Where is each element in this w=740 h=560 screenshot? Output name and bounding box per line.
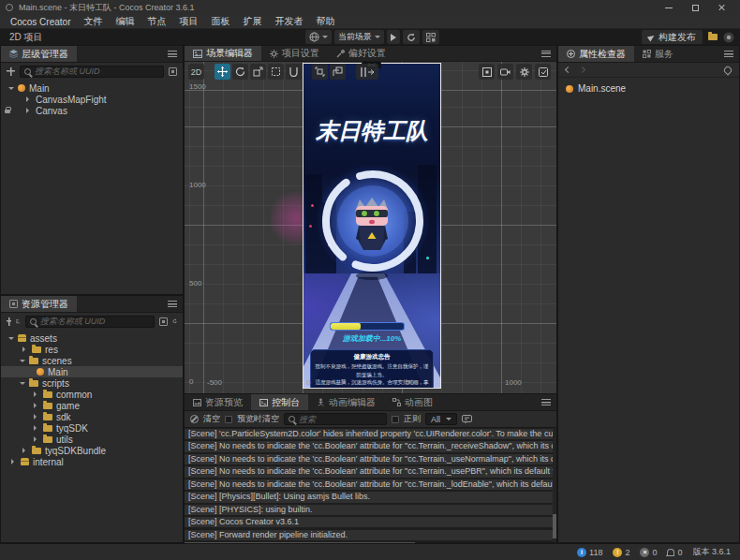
- tab-project-settings[interactable]: 项目设置: [261, 46, 328, 61]
- history-back-icon[interactable]: [565, 66, 571, 73]
- panel-menu-icon[interactable]: [541, 51, 551, 57]
- chevron-right-icon[interactable]: [22, 448, 28, 453]
- tab-asset-preview[interactable]: 资源预览: [185, 394, 251, 410]
- status-errors[interactable]: × 0: [640, 548, 657, 557]
- close-button[interactable]: [708, 1, 734, 14]
- move-tool-button[interactable]: [215, 64, 230, 80]
- list-view-icon[interactable]: [159, 317, 168, 326]
- scrollbar-thumb[interactable]: [553, 514, 556, 538]
- menu-edit[interactable]: 编辑: [109, 15, 141, 28]
- game-preview-canvas[interactable]: test 末日特工队: [303, 63, 441, 389]
- asset-row-scripts[interactable]: scripts: [1, 377, 183, 389]
- log-row[interactable]: [Scene] Cocos Creator v3.6.1: [185, 517, 556, 527]
- chevron-down-icon[interactable]: [8, 337, 14, 343]
- panel-menu-icon[interactable]: [168, 301, 177, 307]
- anchor-tool-button[interactable]: [286, 64, 302, 80]
- open-project-folder-icon[interactable]: [708, 34, 718, 40]
- filter-list-icon[interactable]: [169, 67, 177, 76]
- clear-on-preview-checkbox[interactable]: [225, 416, 232, 423]
- hierarchy-search-input[interactable]: [35, 66, 159, 76]
- log-row[interactable]: [Scene] No needs to indicate the 'cc.Boo…: [185, 479, 556, 490]
- chevron-right-icon[interactable]: [26, 96, 32, 102]
- lock-icon[interactable]: [5, 110, 10, 113]
- maximize-button[interactable]: [682, 1, 708, 14]
- chevron-right-icon[interactable]: [22, 346, 28, 352]
- tab-assets[interactable]: 资源管理器: [1, 296, 77, 312]
- menu-developer[interactable]: 开发者: [268, 15, 309, 28]
- log-row[interactable]: [Scene] No needs to indicate the 'cc.Boo…: [185, 466, 556, 477]
- play-button[interactable]: [387, 30, 400, 44]
- grid-toggle-button[interactable]: [479, 64, 495, 80]
- log-row[interactable]: [Scene] No needs to indicate the 'cc.Boo…: [185, 454, 556, 464]
- tab-hierarchy[interactable]: 层级管理器: [1, 46, 77, 62]
- console-search-input[interactable]: [299, 415, 382, 424]
- chevron-down-icon[interactable]: [20, 360, 25, 365]
- status-info[interactable]: i 118: [577, 548, 602, 557]
- inspector-selection[interactable]: Main.scene: [558, 78, 739, 99]
- asset-row-utils[interactable]: utils: [1, 434, 183, 445]
- capture-button[interactable]: [535, 64, 551, 80]
- tab-inspector[interactable]: 属性检查器: [558, 46, 634, 62]
- tab-preferences[interactable]: 偏好设置: [328, 46, 394, 61]
- asset-row-main-scene[interactable]: Main: [1, 366, 183, 377]
- refresh-icon[interactable]: [172, 317, 177, 326]
- scene-gear-button[interactable]: [516, 64, 532, 80]
- log-filter-dropdown[interactable]: All: [425, 413, 457, 425]
- clear-console-label[interactable]: 清空: [203, 413, 220, 425]
- asset-row-assets[interactable]: assets: [1, 332, 183, 344]
- chevron-right-icon[interactable]: [26, 108, 32, 113]
- tab-animation-graph[interactable]: 动画图: [384, 394, 441, 410]
- asset-row-scenes[interactable]: scenes: [1, 355, 183, 366]
- asset-row-tyqsdkbundle[interactable]: tyqSDKBundle: [1, 445, 183, 456]
- menu-file[interactable]: 文件: [77, 15, 109, 28]
- assets-search[interactable]: [25, 316, 155, 328]
- preview-layout-button[interactable]: [422, 30, 439, 44]
- sort-icon[interactable]: [16, 317, 21, 326]
- chevron-right-icon[interactable]: [34, 436, 39, 442]
- menu-project[interactable]: 项目: [172, 15, 204, 28]
- tab-animation-editor[interactable]: 动画编辑器: [308, 394, 384, 410]
- log-row[interactable]: [Scene] [Physics][Bullet]: Using asmjs B…: [185, 492, 556, 502]
- regex-checkbox[interactable]: [392, 416, 399, 423]
- log-row[interactable]: [Scene] [PHYSICS]: using builtin.: [185, 505, 556, 515]
- create-node-button[interactable]: [7, 67, 15, 76]
- clear-console-icon[interactable]: [190, 415, 199, 423]
- tab-console[interactable]: 控制台: [251, 394, 308, 410]
- tab-scene-editor[interactable]: 场景编辑器: [185, 46, 261, 61]
- panel-menu-icon[interactable]: [168, 51, 177, 57]
- pin-icon[interactable]: [722, 65, 733, 75]
- scale-tool-button[interactable]: [250, 64, 266, 80]
- snap-settings-button[interactable]: [312, 64, 328, 80]
- creator-hub-icon[interactable]: [723, 32, 734, 43]
- tree-row-canvas[interactable]: Canvas: [1, 105, 183, 116]
- scene-viewport[interactable]: 2D: [184, 62, 557, 393]
- chevron-right-icon[interactable]: [34, 403, 39, 408]
- chevron-down-icon[interactable]: [20, 382, 25, 388]
- chevron-right-icon[interactable]: [34, 391, 39, 397]
- build-publish-button[interactable]: 构建发布: [642, 30, 703, 44]
- minimize-button[interactable]: [656, 1, 682, 14]
- camera-settings-button[interactable]: [497, 64, 513, 80]
- chevron-right-icon[interactable]: [34, 414, 39, 420]
- panel-menu-icon[interactable]: [541, 399, 551, 405]
- log-row[interactable]: [Scene] No needs to indicate the 'cc.Boo…: [185, 441, 556, 451]
- hierarchy-search[interactable]: [20, 66, 164, 78]
- menu-panel[interactable]: 面板: [204, 15, 236, 28]
- rect-tool-button[interactable]: [268, 64, 284, 80]
- tree-row-main[interactable]: Main: [1, 82, 183, 94]
- console-log-list[interactable]: [Scene] 'cc.ParticleSystem2D.color' hide…: [185, 428, 556, 542]
- gizmo-slider-button[interactable]: [356, 64, 378, 80]
- rotate-tool-button[interactable]: [232, 64, 248, 80]
- assets-search-input[interactable]: [40, 317, 150, 326]
- status-warnings[interactable]: ! 2: [613, 548, 629, 557]
- tab-services[interactable]: 服务: [634, 46, 682, 62]
- asset-row-res[interactable]: res: [1, 344, 183, 355]
- step-button[interactable]: [403, 30, 420, 44]
- asset-row-sdk[interactable]: sdk: [1, 411, 183, 422]
- scene-select[interactable]: 当前场景: [334, 30, 384, 44]
- menu-help[interactable]: 帮助: [309, 15, 341, 28]
- align-settings-button[interactable]: [330, 64, 346, 80]
- menu-node[interactable]: 节点: [141, 15, 172, 28]
- menu-cocos-creator[interactable]: Cocos Creator: [4, 15, 77, 28]
- history-forward-icon[interactable]: [579, 66, 585, 73]
